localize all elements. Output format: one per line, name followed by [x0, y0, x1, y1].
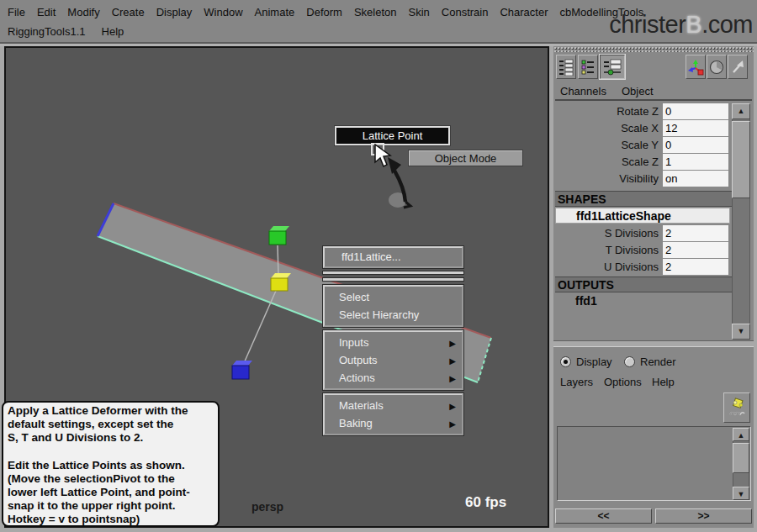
outputs-section-header: OUTPUTS [555, 277, 732, 292]
scroll-up-button[interactable]: ▲ [733, 428, 749, 441]
layers-menu[interactable]: Layers [560, 376, 593, 388]
menu-modify[interactable]: Modify [67, 6, 99, 18]
context-menu-item-baking[interactable]: Baking▶ [325, 414, 462, 432]
submenu-arrow-icon: ▶ [449, 398, 456, 415]
tab-channels[interactable]: Channels [560, 85, 606, 99]
select-arrow-button[interactable] [728, 55, 748, 79]
scroll-down-button[interactable]: ▼ [732, 324, 750, 340]
channel-label: S Divisions [555, 225, 663, 242]
layer-list[interactable]: ▲ ▼ [557, 426, 751, 501]
context-menu-item-actions[interactable]: Actions▶ [325, 369, 462, 387]
channel-row-s-divisions: S Divisions [555, 225, 728, 242]
context-menu-item-inputs[interactable]: Inputs▶ [325, 334, 462, 351]
menu-create[interactable]: Create [112, 6, 145, 18]
camera-label: persp [251, 500, 283, 514]
menu-bar: File Edit Modify Create Display Window A… [0, 0, 757, 44]
channel-label: Scale Z [555, 154, 663, 171]
attribute-spreadsheet-button[interactable] [578, 55, 598, 79]
channel-label: T Divisions [555, 242, 663, 259]
layer-editor-view-button[interactable] [600, 55, 625, 79]
channel-field-rotate-z[interactable] [663, 103, 728, 120]
scrollbar-thumb[interactable] [733, 443, 749, 473]
help-menu[interactable]: Help [652, 376, 675, 388]
context-menu-title: ffd1Lattice... [325, 248, 462, 266]
annotation-arrow-icon [380, 155, 417, 212]
scroll-up-button[interactable]: ▲ [732, 103, 750, 119]
marking-menu-item-object-mode[interactable]: Object Mode [408, 150, 523, 166]
submenu-arrow-icon: ▶ [449, 415, 456, 433]
selected-shape-row[interactable]: ffd1LatticeShape [555, 208, 730, 224]
manipulator-line-diagonal [244, 291, 276, 363]
channel-box-view-button[interactable] [556, 55, 576, 79]
manipulator-tool-button[interactable] [686, 55, 706, 79]
menu-constrain[interactable]: Constrain [442, 6, 489, 18]
channel-box-tab-bar: Channels Object [555, 85, 752, 101]
menu-animate[interactable]: Animate [255, 6, 295, 18]
lattice-point-blue[interactable] [232, 361, 252, 379]
submenu-arrow-icon: ▶ [449, 334, 456, 352]
channel-label: Scale Y [555, 137, 663, 154]
panel-forward-button[interactable]: >> [655, 508, 752, 524]
scrollbar-thumb[interactable] [732, 121, 750, 198]
menu-edit[interactable]: Edit [37, 6, 56, 18]
channel-field-t-divisions[interactable] [663, 242, 728, 259]
channel-label: Visibility [555, 171, 663, 187]
menu-skin[interactable]: Skin [408, 6, 429, 18]
display-radio[interactable] [560, 356, 571, 367]
display-radio-label[interactable]: Display [576, 356, 612, 368]
channel-field-visibility[interactable] [663, 171, 728, 187]
shape-attribute-list: S Divisions T Divisions U Divisions [555, 225, 728, 276]
menu-display[interactable]: Display [156, 6, 193, 18]
panel-back-button[interactable]: << [555, 508, 652, 524]
panel-splitter[interactable] [553, 340, 754, 347]
list-bars-icon [558, 59, 574, 76]
channel-row-rotate-z: Rotate Z [555, 103, 728, 120]
create-layer-button[interactable] [723, 392, 750, 423]
context-menu-item-outputs[interactable]: Outputs▶ [325, 351, 462, 369]
menu-deform[interactable]: Deform [306, 6, 342, 18]
shapes-section-header: SHAPES [555, 191, 732, 207]
tab-object[interactable]: Object [622, 85, 654, 99]
marking-menu-item-lattice-point[interactable]: Lattice Point [335, 126, 450, 145]
channel-field-scale-y[interactable] [663, 137, 728, 154]
diagonal-arrow-icon [730, 59, 746, 76]
scroll-down-button[interactable]: ▼ [733, 487, 749, 500]
list-plus-icon [603, 59, 622, 76]
menu-riggingtools[interactable]: RiggingTools1.1 [8, 25, 86, 38]
maya-window: File Edit Modify Create Display Window A… [0, 0, 757, 532]
menu-file[interactable]: File [8, 6, 25, 18]
channel-field-scale-x[interactable] [663, 120, 728, 137]
animation-clock-button[interactable] [707, 55, 727, 79]
tutorial-paragraph-2: Edit the Lattice Points as shown. (Move … [8, 459, 215, 527]
context-menu-section-select: Select Select Hierarchy [323, 285, 463, 327]
channel-label: Rotate Z [555, 103, 663, 120]
create-layer-icon [728, 398, 746, 418]
panel-grip-handle[interactable] [553, 46, 754, 52]
channel-label: Scale X [555, 120, 663, 137]
menu-help[interactable]: Help [102, 25, 124, 38]
channel-row-scale-x: Scale X [555, 120, 728, 137]
right-panel: Channels Object Rotate Z Scale X Scale Y… [553, 46, 754, 528]
context-menu-item-select-hierarchy[interactable]: Select Hierarchy [325, 306, 462, 324]
options-menu[interactable]: Options [604, 376, 642, 388]
lattice-point-yellow[interactable] [271, 273, 291, 291]
channel-row-visibility: Visibility [555, 171, 728, 187]
output-node-ffd1[interactable]: ffd1 [555, 293, 730, 308]
channel-field-u-divisions[interactable] [663, 259, 728, 276]
context-menu-item-select[interactable]: Select [325, 288, 462, 306]
menu-character[interactable]: Character [500, 6, 548, 18]
menu-window[interactable]: Window [204, 6, 242, 18]
channel-row-scale-z: Scale Z [555, 154, 728, 171]
context-menu-title-block: ffd1Lattice... [323, 246, 463, 268]
render-radio[interactable] [624, 356, 635, 367]
menu-row-2: RiggingTools1.1 Help [8, 25, 124, 38]
context-menu-item-materials[interactable]: Materials▶ [325, 397, 462, 414]
render-radio-label[interactable]: Render [640, 356, 676, 368]
lattice-point-green[interactable] [269, 226, 289, 245]
channel-field-s-divisions[interactable] [663, 225, 728, 242]
menu-skeleton[interactable]: Skeleton [354, 6, 397, 18]
scroll-down-icon: ▼ [738, 490, 745, 498]
channel-field-scale-z[interactable] [663, 154, 728, 171]
context-menu-separator [323, 271, 463, 274]
watermark: christerB.com [609, 11, 753, 39]
